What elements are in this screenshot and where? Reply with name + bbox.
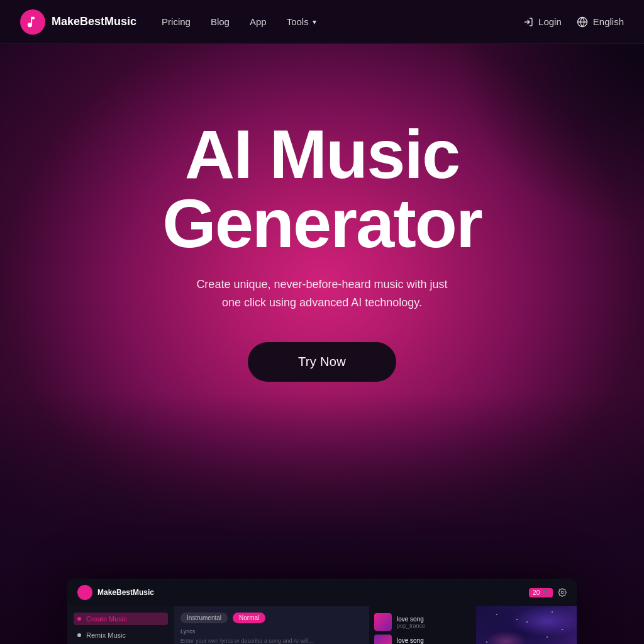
app-main: Instrumental Normal Lyrics Enter your ow…	[174, 606, 369, 644]
song-info-1: love song pop_trance	[397, 616, 425, 629]
settings-icon	[558, 588, 567, 597]
app-lyrics-label: Lyrics	[180, 628, 363, 635]
app-preview-body: Create Music Remix Music Split Music Ins…	[67, 606, 577, 644]
tab-normal[interactable]: Normal	[233, 613, 265, 623]
nav-tools-dropdown[interactable]: Tools ▾	[287, 16, 316, 27]
svg-point-1	[561, 591, 564, 594]
app-preview-logo: MakeBestMusic	[77, 585, 154, 600]
language-label: English	[593, 16, 624, 27]
logo-link[interactable]: MakeBestMusic	[20, 9, 136, 35]
hero-subtitle: Create unique, never-before-heard music …	[190, 275, 454, 312]
sidebar-item-remix[interactable]: Remix Music	[74, 629, 168, 641]
song-title-1: love song	[397, 616, 425, 623]
song-thumbnail-1	[374, 613, 392, 631]
app-preview-icons: 20 🎵	[529, 588, 567, 597]
logo-icon	[20, 9, 45, 35]
hero-title-line2: Generator	[162, 184, 482, 262]
music-note-icon	[26, 15, 40, 29]
navbar: MakeBestMusic Pricing Blog App Tools ▾ L…	[0, 0, 644, 44]
star-field	[476, 606, 577, 644]
login-icon	[523, 17, 533, 27]
nav-pricing[interactable]: Pricing	[162, 16, 191, 27]
hero-title-line1: AI Music	[185, 115, 459, 192]
nav-app[interactable]: App	[250, 16, 267, 27]
login-button[interactable]: Login	[523, 16, 562, 27]
logo-text: MakeBestMusic	[52, 15, 136, 28]
app-sidebar: Create Music Remix Music Split Music	[67, 606, 174, 644]
globe-icon	[577, 16, 588, 28]
language-selector[interactable]: English	[577, 16, 624, 28]
song-title-2: love song	[397, 637, 425, 644]
app-song-item-1[interactable]: love song pop_trance	[374, 611, 471, 633]
sidebar-label-create: Create Music	[86, 615, 127, 623]
nav-tools-label: Tools	[287, 16, 309, 27]
app-right-panel: love song pop_trance love song pop_tranc…	[369, 606, 577, 644]
song-thumbnail-2	[374, 635, 392, 644]
app-preview-logo-text: MakeBestMusic	[97, 588, 154, 597]
app-preview-logo-circle	[77, 585, 92, 600]
song-genre-1: pop_trance	[397, 623, 425, 629]
hero-content: AI Music Generator Create unique, never-…	[162, 44, 482, 382]
sidebar-label-remix: Remix Music	[86, 631, 126, 639]
sidebar-dot-remix	[77, 633, 81, 637]
app-preview: MakeBestMusic 20 🎵 Create Music Remix Mu…	[67, 579, 577, 644]
app-nebula-image	[476, 606, 577, 644]
hero-section: AI Music Generator Create unique, never-…	[0, 44, 644, 644]
nav-blog[interactable]: Blog	[211, 16, 230, 27]
app-song-list: love song pop_trance love song pop_tranc…	[369, 606, 476, 644]
hero-title: AI Music Generator	[162, 119, 482, 258]
login-label: Login	[538, 16, 562, 27]
song-info-2: love song pop_trance	[397, 637, 425, 645]
tab-instrumental[interactable]: Instrumental	[180, 613, 228, 623]
chevron-down-icon: ▾	[313, 18, 316, 26]
app-song-item-2[interactable]: love song pop_trance	[374, 633, 471, 644]
nav-links: Pricing Blog App Tools ▾	[162, 16, 523, 27]
app-lyrics-placeholder: Enter your own lyrics or describe a song…	[180, 637, 363, 644]
sidebar-dot-create	[77, 617, 81, 621]
nav-right: Login English	[523, 16, 624, 28]
app-preview-badge: 20 🎵	[529, 588, 553, 597]
try-now-button[interactable]: Try Now	[248, 342, 396, 382]
sidebar-item-create[interactable]: Create Music	[74, 613, 168, 625]
app-tabs: Instrumental Normal	[180, 613, 363, 623]
app-preview-bar: MakeBestMusic 20 🎵	[67, 579, 577, 606]
